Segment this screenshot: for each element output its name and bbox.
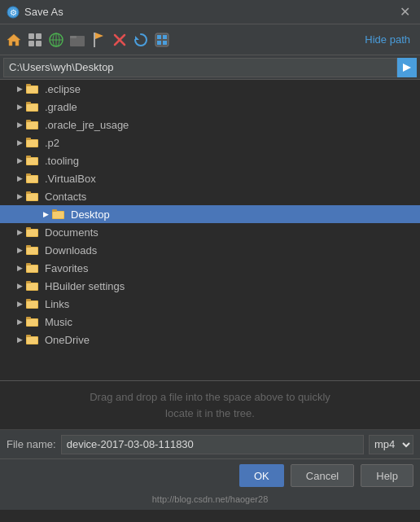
svg-rect-22 (163, 41, 167, 45)
tree-arrow-icon: ▶ (13, 100, 26, 113)
refresh-icon[interactable] (132, 31, 150, 49)
tree-item-label: .eclipse (45, 83, 81, 95)
path-go-button[interactable] (397, 58, 417, 77)
drag-hint-line1: Drag and drop a file into the space abov… (16, 389, 404, 406)
filename-label: File name: (7, 438, 56, 450)
tree-item[interactable]: ▶ .VirtualBox (0, 169, 420, 187)
tree-item[interactable]: ▶ .p2 (0, 134, 420, 151)
svg-rect-51 (26, 245, 31, 248)
tree-item[interactable]: ▶ .eclipse (0, 80, 420, 98)
svg-rect-63 (26, 317, 31, 319)
title-left: ⚙ Save As (7, 6, 63, 19)
folder-nav-icon[interactable] (68, 31, 86, 49)
svg-marker-2 (7, 34, 20, 46)
remove-icon[interactable] (111, 31, 129, 49)
tree-arrow-icon: ▶ (39, 208, 52, 221)
help-button[interactable]: Help (361, 464, 413, 487)
tree-item[interactable]: ▶ Favorites (0, 259, 420, 277)
path-input[interactable] (3, 58, 397, 77)
svg-rect-42 (26, 191, 31, 194)
folder-icon (26, 190, 39, 203)
tree-arrow-icon: ▶ (13, 136, 26, 149)
svg-rect-46 (53, 212, 63, 218)
folder-icon (26, 82, 39, 95)
tree-item[interactable]: ▶ Desktop (0, 205, 420, 223)
window-title: Save As (24, 6, 63, 18)
svg-rect-54 (26, 263, 31, 265)
folder-icon (26, 118, 39, 131)
tree-item-label: Links (45, 298, 69, 310)
tree-item[interactable]: ▶ Downloads (0, 241, 420, 259)
tree-arrow-icon: ▶ (13, 315, 26, 328)
filename-input[interactable] (61, 435, 364, 454)
svg-rect-3 (28, 33, 34, 39)
toolbar: Hide path (0, 24, 420, 55)
tree-arrow-icon: ▶ (13, 297, 26, 310)
tree-item[interactable]: ▶ .oracle_jre_usage (0, 116, 420, 134)
tree-item[interactable]: ▶ Contacts (0, 187, 420, 205)
file-tree[interactable]: ▶ .eclipse▶ .gradle▶ .oracle_jre_usage▶ … (0, 80, 420, 381)
svg-rect-60 (26, 299, 31, 301)
folder-icon (26, 243, 39, 257)
tree-item-label: Desktop (71, 208, 110, 221)
ok-button[interactable]: OK (239, 464, 284, 487)
folder-icon (26, 172, 39, 185)
tree-item[interactable]: ▶ .gradle (0, 98, 420, 116)
svg-rect-27 (26, 102, 31, 104)
svg-rect-43 (27, 194, 37, 200)
svg-rect-34 (27, 140, 37, 147)
svg-rect-36 (26, 156, 31, 158)
button-row: OK Cancel Help (0, 459, 420, 492)
view-options-icon[interactable] (153, 31, 171, 49)
svg-rect-55 (27, 265, 37, 272)
svg-rect-21 (157, 41, 161, 45)
tree-arrow-icon: ▶ (13, 190, 26, 203)
svg-rect-40 (27, 176, 37, 182)
svg-rect-39 (26, 173, 31, 176)
close-button[interactable]: ✕ (396, 4, 413, 20)
svg-rect-64 (27, 319, 37, 326)
tree-item-label: OneDrive (45, 334, 90, 346)
tree-arrow-icon: ▶ (13, 226, 26, 239)
svg-rect-20 (163, 35, 167, 39)
folder-icon (26, 315, 39, 328)
folder-icon (52, 208, 65, 221)
globe-icon[interactable] (47, 31, 65, 49)
tree-item-label: HBuilder settings (45, 280, 125, 292)
title-bar: ⚙ Save As ✕ (0, 0, 420, 24)
flag-icon[interactable] (90, 31, 107, 49)
watermark: http://blog.csdn.net/haoger28 (0, 492, 420, 510)
drag-hint: Drag and drop a file into the space abov… (0, 381, 420, 430)
tree-item-label: Contacts (45, 191, 86, 203)
grid-icon[interactable] (26, 31, 44, 49)
svg-rect-6 (36, 41, 42, 46)
tree-item-label: .gradle (45, 101, 77, 113)
svg-rect-28 (27, 104, 37, 111)
tree-item-label: .oracle_jre_usage (45, 119, 129, 131)
tree-item-label: .p2 (45, 137, 59, 149)
filename-row: File name: mp4avimkvmov (0, 430, 420, 459)
tree-item[interactable]: ▶ OneDrive (0, 331, 420, 349)
tree-item[interactable]: ▶ Documents (0, 223, 420, 241)
tree-item-label: .VirtualBox (45, 173, 96, 185)
tree-item[interactable]: ▶ .tooling (0, 151, 420, 169)
extension-select[interactable]: mp4avimkvmov (369, 435, 413, 454)
cancel-button[interactable]: Cancel (291, 464, 354, 487)
svg-rect-67 (27, 337, 37, 344)
svg-rect-5 (28, 41, 34, 46)
tree-item[interactable]: ▶ Music (0, 313, 420, 331)
tree-item[interactable]: ▶ Links (0, 295, 420, 313)
svg-rect-19 (157, 35, 161, 39)
tree-item-label: .tooling (45, 155, 79, 167)
folder-icon (26, 100, 39, 113)
home-icon[interactable] (5, 31, 23, 49)
tree-item[interactable]: ▶ HBuilder settings (0, 277, 420, 295)
tree-arrow-icon: ▶ (13, 82, 26, 95)
tree-arrow-icon: ▶ (13, 333, 26, 346)
hide-path-button[interactable]: Hide path (360, 32, 415, 47)
drag-hint-line2: locate it in the tree. (16, 406, 404, 422)
tree-item-label: Music (45, 316, 72, 328)
svg-marker-17 (135, 36, 139, 40)
folder-icon (26, 136, 39, 149)
svg-rect-37 (27, 158, 37, 164)
